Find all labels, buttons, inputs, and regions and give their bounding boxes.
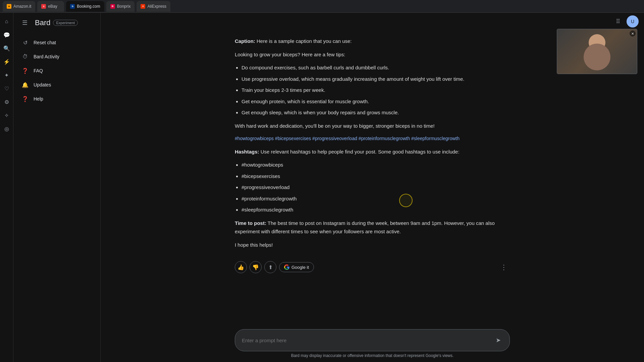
share-button[interactable]: ⬆ [264,261,276,273]
tab-amazon-label: Amazon.it [13,4,31,9]
browser-bar: a Amazon.it e eBay b Booking.com B Bonpr… [0,0,644,13]
sidebar-activity-label: Bard Activity [34,54,59,59]
sidebar-item-updates[interactable]: 🔔 Updates [13,78,96,92]
hashtags-inline: #howtogrowbiceps #bicepsexercises #progr… [235,135,510,143]
experiment-badge: Experiment [53,20,78,26]
caption-label: Caption: [235,38,255,44]
hashtag-3: #progressiveoverload [241,183,510,192]
video-person-body [584,44,610,70]
response-actions: 👍 👎 ⬆ Google it ⋮ [235,256,510,273]
bard-title: Bard [35,18,50,27]
tab-bonprix-label: Bonprix [117,4,131,9]
tip-4: Get enough protein, which is essential f… [241,97,510,106]
hashtags-label: Hashtags: [235,149,259,155]
magic-icon[interactable]: ✧ [1,109,13,121]
thumbs-down-button[interactable]: 👎 [250,261,262,273]
hashtag-4: #proteinformusclegrowth [241,194,510,203]
tab-ebay-label: eBay [48,4,57,9]
prompt-input[interactable] [242,338,488,343]
input-section: ➤ [221,329,523,351]
sidebar-item-activity[interactable]: ⏱ Bard Activity [13,50,96,64]
content-area: ⠿ U ✕ Caption: Here is a sample caption … [101,13,644,362]
activity-icon: ⏱ [21,53,29,60]
sidebar-help-label: Help [34,96,43,102]
apps-icon[interactable]: ⠿ [612,15,624,27]
icon-rail: ⌂ 💬 🔍 ⚡ ✦ ♡ ⚙ ✧ ◎ [0,13,13,362]
thumbs-up-button[interactable]: 👍 [235,261,247,273]
video-overlay: ✕ [557,29,637,74]
bonprix-favicon: B [110,4,115,9]
bard-logo: Bard Experiment [35,18,78,27]
caption-intro: Caption: Here is a sample caption that y… [235,37,510,46]
sidebar-item-reset[interactable]: ↺ Reset chat [13,36,96,50]
help-icon: ❓ [21,95,29,103]
chat-icon[interactable]: 💬 [1,29,13,41]
sidebar: ☰ Bard Experiment ↺ Reset chat ⏱ Bard Ac… [13,13,101,362]
tab-bonprix[interactable]: B Bonprix [106,1,135,12]
app-container: ⌂ 💬 🔍 ⚡ ✦ ♡ ⚙ ✧ ◎ ☰ Bard Experiment ↺ Re… [0,13,644,362]
user-avatar[interactable]: U [627,15,639,27]
sidebar-updates-label: Updates [34,82,51,87]
prompt-input-wrapper: ➤ [235,329,510,351]
sidebar-reset-label: Reset chat [34,40,56,45]
time-desc: The best time to post on Instagram is du… [235,220,495,235]
sidebar-header: ☰ Bard Experiment [13,13,100,33]
tab-booking[interactable]: b Booking.com [66,1,104,12]
caption-body: Looking to grow your biceps? Here are a … [235,50,510,59]
caption-intro-text: Here is a sample caption that you can us… [257,38,352,44]
response-body: Caption: Here is a sample caption that y… [235,37,510,249]
motivation-text: With hard work and dedication, you'll be… [235,122,510,130]
tab-ebay[interactable]: e eBay [37,1,64,12]
reset-icon: ↺ [21,39,29,46]
tip-3: Train your biceps 2-3 times per week. [241,86,510,95]
chat-content: Caption: Here is a sample caption that y… [221,37,523,273]
disclaimer-text: Bard may display inaccurate or offensive… [101,351,644,362]
closing-text: I hope this helps! [235,241,510,249]
tips-list: Do compound exercises, such as barbell c… [241,63,510,117]
tab-booking-label: Booking.com [77,4,100,9]
more-options-button[interactable]: ⋮ [498,261,510,273]
sidebar-nav: ↺ Reset chat ⏱ Bard Activity ❓ FAQ 🔔 Upd… [13,33,100,109]
video-feed [557,29,637,74]
tip-5: Get enough sleep, which is when your bod… [241,108,510,117]
time-section: Time to post: The best time to post on I… [235,219,510,236]
hashtags-desc: Use relevant hashtags to help people fin… [261,149,460,155]
video-close-button[interactable]: ✕ [630,31,636,37]
google-it-button[interactable]: Google it [279,262,314,272]
tab-aliexpress-label: AliExpress [147,4,166,9]
updates-icon: 🔔 [21,81,29,88]
star-icon[interactable]: ✦ [1,69,13,81]
top-bar: ⠿ U [101,13,644,30]
time-label: Time to post: [235,220,266,226]
sidebar-item-help[interactable]: ❓ Help [13,92,96,106]
tip-2: Use progressive overload, which means gr… [241,75,510,83]
tab-aliexpress[interactable]: A AliExpress [137,1,170,12]
bolt-icon[interactable]: ⚡ [1,56,13,68]
home-icon[interactable]: ⌂ [1,15,13,27]
sidebar-faq-label: FAQ [34,68,43,73]
send-button[interactable]: ➤ [492,334,504,346]
tip-1: Do compound exercises, such as barbell c… [241,63,510,72]
aliexpress-favicon: A [141,4,145,9]
hamburger-button[interactable]: ☰ [19,17,31,29]
hashtag-2: #bicepsexercises [241,172,510,181]
booking-favicon: b [70,4,75,9]
google-icon [284,264,289,270]
search-icon[interactable]: 🔍 [1,42,13,54]
ebay-favicon: e [41,4,46,9]
circle-icon[interactable]: ◎ [1,123,13,135]
google-it-label: Google it [291,265,309,270]
amazon-favicon: a [7,4,11,9]
sidebar-item-faq[interactable]: ❓ FAQ [13,64,96,78]
heart-icon[interactable]: ♡ [1,82,13,95]
hashtag-1: #howtogrowbiceps [241,161,510,169]
faq-icon: ❓ [21,67,29,74]
hashtags-section: Hashtags: Use relevant hashtags to help … [235,147,510,156]
hashtag-5: #sleepformusclegrowth [241,205,510,214]
hashtags-list: #howtogrowbiceps #bicepsexercises #progr… [241,161,510,214]
tab-amazon[interactable]: a Amazon.it [3,1,35,12]
chat-scroll-area[interactable]: Caption: Here is a sample caption that y… [101,30,644,329]
settings-icon[interactable]: ⚙ [1,96,13,108]
